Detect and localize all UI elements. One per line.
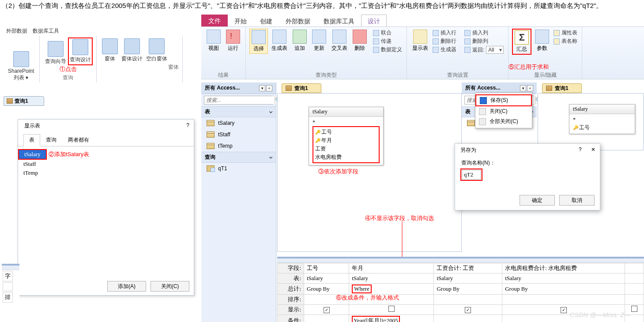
insert-col[interactable]: 插入列	[463, 29, 505, 37]
show-checkbox[interactable]	[631, 306, 637, 312]
field-item[interactable]: 🔑年月	[315, 136, 377, 145]
tab-tables[interactable]: 表	[23, 134, 40, 146]
query-tab[interactable]: 查询1	[4, 96, 44, 106]
nav-collapse-icon[interactable]: «	[527, 85, 533, 91]
nav-table-item[interactable]: tTemp	[201, 140, 276, 152]
menu-close[interactable]: 关闭(C)	[475, 106, 532, 116]
blank-form-button[interactable]: 空白窗体	[144, 37, 169, 63]
query-design-button[interactable]: 查询设计	[68, 37, 93, 65]
add-button[interactable]: 添加(A)	[107, 281, 146, 292]
grid-cell[interactable]: tSalary	[434, 273, 502, 284]
field-item[interactable]: 工资	[315, 145, 377, 153]
menu-save[interactable]: 保存(S)	[475, 94, 532, 106]
dialog-help[interactable]: ?	[579, 146, 582, 153]
cat-tables[interactable]: 表	[465, 108, 471, 116]
query-tab-1[interactable]: 查询1	[282, 83, 321, 93]
delete-col[interactable]: 删除列	[463, 37, 505, 45]
form-more-3[interactable]	[171, 56, 179, 63]
form-button[interactable]: 窗体	[100, 37, 120, 63]
nav-dropdown-icon[interactable]: ▾	[520, 85, 526, 91]
showtable-button[interactable]: 显示表	[411, 29, 430, 53]
select-query-button[interactable]: 选择	[249, 29, 268, 54]
property-sheet[interactable]: 属性表	[553, 29, 578, 37]
menu-close-all[interactable]: 全部关闭(C)	[475, 116, 532, 127]
field-item[interactable]: 🔑工号	[315, 128, 377, 136]
grid-cell[interactable]: Year([年月])=2005	[349, 315, 434, 322]
run-button[interactable]: !运行	[224, 29, 242, 53]
params-button[interactable]: 参数	[533, 29, 551, 53]
grid-cell[interactable]: tSalary	[349, 273, 434, 284]
form-more-1[interactable]	[171, 38, 179, 45]
close-button[interactable]: 关闭(C)	[151, 281, 189, 292]
update-button[interactable]: 更新	[310, 29, 328, 53]
grid-cell[interactable]: Group By	[434, 284, 502, 295]
maketable-button[interactable]: 生成表	[270, 29, 289, 53]
grid-cell[interactable]	[625, 263, 644, 273]
cat-queries[interactable]: 查询	[205, 154, 215, 161]
list-item[interactable]: tStaff	[18, 160, 194, 168]
show-checkbox[interactable]: ✓	[465, 307, 471, 313]
tab-both[interactable]: 两者都有	[62, 134, 95, 146]
grid-cell[interactable]	[625, 284, 644, 295]
table-box-header[interactable]: tSalary	[569, 105, 635, 114]
nav-table-item[interactable]: tStaff	[201, 129, 276, 140]
insert-row[interactable]: 插入行	[432, 29, 457, 37]
query-wizard-button[interactable]: 查询向导	[43, 40, 68, 65]
table-names[interactable]: 表名称	[553, 37, 578, 45]
dialog-help[interactable]: ?	[186, 122, 189, 130]
design-surface-2[interactable]: tSalary * 🔑工号	[538, 93, 644, 150]
grid-cell[interactable]	[304, 315, 349, 322]
nav-dropdown-icon[interactable]: ▾	[259, 85, 265, 91]
nav-query-item[interactable]: qT1	[201, 163, 276, 174]
show-checkbox[interactable]	[388, 306, 395, 312]
builder[interactable]: 生成器	[432, 45, 457, 54]
delete-query-button[interactable]: 删除	[351, 29, 369, 53]
union-button[interactable]: 联合	[372, 29, 403, 37]
crosstab-button[interactable]: 交叉表	[330, 29, 349, 53]
grid-cell[interactable]: Group By	[502, 284, 625, 295]
nav-table-item[interactable]: tSalary	[201, 117, 276, 129]
design-surface-1[interactable]: tSalary * 🔑工号 🔑年月 工资 水电房租费 ③依次添加字段 ④不显示该…	[277, 93, 462, 252]
nav-header[interactable]: 所有 Access...	[465, 84, 500, 92]
search-input[interactable]	[204, 96, 275, 104]
query-name-input-full[interactable]	[460, 179, 595, 189]
grid-cell[interactable]: 工资合计: 工资	[434, 263, 502, 273]
ok-button[interactable]: 确定	[520, 195, 555, 206]
grid-cell[interactable]: tSalary	[304, 273, 349, 284]
totals-button[interactable]: Σ汇总	[512, 29, 531, 55]
cat-collapse-icon[interactable]: ⌵	[269, 108, 272, 116]
passthrough-button[interactable]: 传递	[372, 37, 403, 45]
grid-cell[interactable]: tSalary	[502, 273, 625, 284]
tab-dbtools[interactable]: 数据库工具	[33, 27, 59, 35]
tab-queries[interactable]: 查询	[40, 134, 62, 146]
grid-cell[interactable]: 工号	[304, 263, 349, 273]
grid-cell[interactable]	[625, 273, 644, 284]
cat-collapse-icon[interactable]: ⌵	[269, 154, 272, 161]
grid-cell[interactable]: 年月	[349, 263, 434, 273]
datadef-button[interactable]: 数据定义	[372, 45, 403, 54]
field-star[interactable]: *	[573, 116, 631, 124]
show-checkbox[interactable]: ✓	[561, 307, 567, 313]
query-name-input[interactable]	[462, 170, 481, 180]
query-tab-2[interactable]: 查询1	[542, 83, 582, 93]
sharepoint-button[interactable]: SharePoint 列表 ▾	[6, 50, 36, 82]
form-more-2[interactable]	[171, 47, 179, 54]
grid-cell[interactable]: Where	[349, 284, 434, 295]
grid-cell[interactable]: 水电房租费合计: 水电房租费	[502, 263, 625, 273]
cat-tables[interactable]: 表	[205, 108, 210, 116]
return-rows[interactable]: 返回:All	[463, 45, 505, 54]
field-star[interactable]: *	[313, 119, 380, 126]
delete-row[interactable]: 删除行	[432, 37, 457, 45]
show-checkbox[interactable]: ✓	[324, 307, 330, 313]
table-box-header[interactable]: tSalary	[309, 107, 383, 117]
grid-cell[interactable]	[434, 315, 502, 322]
cancel-button[interactable]: 取消	[559, 195, 595, 206]
view-button[interactable]: 视图	[205, 29, 222, 53]
tab-external[interactable]: 外部数据	[6, 27, 27, 35]
append-button[interactable]: 追加	[291, 29, 309, 53]
form-design-button[interactable]: 窗体设计	[120, 37, 144, 63]
field-item[interactable]: 水电房租费	[315, 153, 377, 161]
nav-collapse-icon[interactable]: «	[266, 85, 272, 91]
field-item[interactable]: 🔑工号	[573, 124, 631, 132]
nav-header[interactable]: 所有 Access...	[205, 84, 240, 92]
